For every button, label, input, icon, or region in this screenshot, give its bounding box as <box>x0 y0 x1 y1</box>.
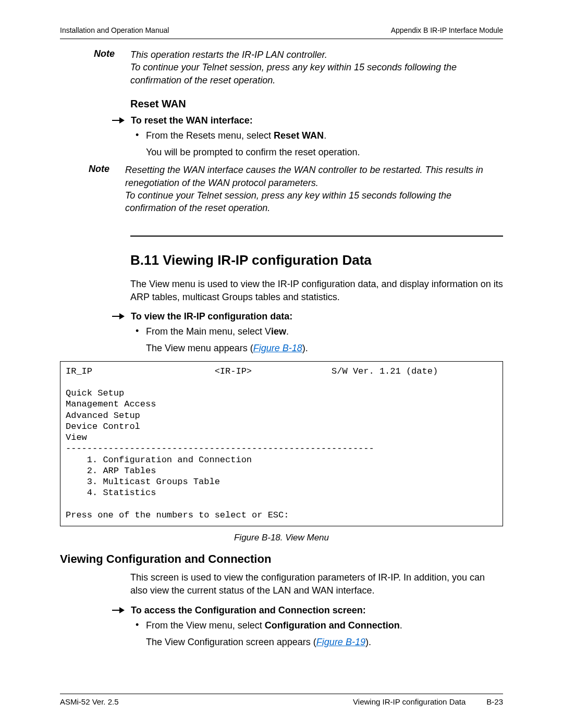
arrow-icon <box>112 605 131 614</box>
footer-left: ASMi-52 Ver. 2.5 <box>60 697 119 706</box>
svg-marker-5 <box>119 607 125 613</box>
figure-caption-b18: Figure B-18. View Menu <box>60 533 503 543</box>
procedure-title: To view the IR-IP configuration data: <box>131 311 292 322</box>
bullet-icon: • <box>136 129 146 141</box>
heading-view-cc: Viewing Configuration and Connection <box>60 552 503 566</box>
figure-b18-link[interactable]: Figure B-18 <box>253 343 302 353</box>
intro-view-cc: This screen is used to view the configur… <box>130 571 503 597</box>
procedure-access-cc: To access the Configuration and Connecti… <box>112 605 503 616</box>
bullet-text: From the Resets menu, select Reset WAN. <box>146 129 326 142</box>
note-label: Note <box>89 164 125 214</box>
heading-b11: B.11 Viewing IR-IP configuration Data <box>130 252 503 268</box>
svg-marker-1 <box>119 117 125 124</box>
intro-b11: The View menu is used to view the IR-IP … <box>130 278 503 304</box>
header-left: Installation and Operation Manual <box>60 26 169 34</box>
procedure-title: To reset the WAN interface: <box>131 115 253 126</box>
procedure-view-config: To view the IR-IP configuration data: <box>112 311 503 322</box>
note-wan-restart: Note Resetting the WAN interface causes … <box>89 164 503 214</box>
figure-b19-link[interactable]: Figure B-19 <box>316 637 365 647</box>
heading-reset-wan: Reset WAN <box>130 98 503 110</box>
result-view-cfg: The View Configuration screen appears (F… <box>146 636 503 648</box>
result-view-menu: The View menu appears (Figure B-18). <box>146 342 503 354</box>
bullet-reset-wan: • From the Resets menu, select Reset WAN… <box>136 129 503 142</box>
procedure-reset-wan: To reset the WAN interface: <box>112 115 503 126</box>
bullet-icon: • <box>136 325 146 337</box>
bullet-text: From the View menu, select Configuration… <box>146 619 402 632</box>
result-reset-wan: You will be prompted to confirm the rese… <box>146 146 503 158</box>
note-label: Note <box>94 48 130 87</box>
header-right: Appendix B IR-IP Interface Module <box>391 26 503 34</box>
note-body: Resetting the WAN interface causes the W… <box>125 164 503 214</box>
terminal-view-menu: IR_IP <IR-IP> S/W Ver. 1.21 (date) Quick… <box>60 361 503 527</box>
footer-rule <box>60 694 503 694</box>
running-header: Installation and Operation Manual Append… <box>60 26 503 34</box>
running-footer: ASMi-52 Ver. 2.5 Viewing IR-IP configura… <box>60 694 503 706</box>
bullet-text: From the Main menu, select View. <box>146 325 289 338</box>
bullet-cfg-conn: • From the View menu, select Configurati… <box>136 619 503 632</box>
header-rule <box>60 39 503 39</box>
note-body: This operation restarts the IR-IP LAN co… <box>130 48 503 87</box>
note-lan-restart: Note This operation restarts the IR-IP L… <box>94 48 503 87</box>
svg-marker-3 <box>119 313 125 319</box>
bullet-icon: • <box>136 619 146 631</box>
section-rule <box>130 236 503 237</box>
procedure-title: To access the Configuration and Connecti… <box>131 605 366 616</box>
footer-section: Viewing IR-IP configuration Data <box>353 697 466 706</box>
arrow-icon <box>112 115 131 125</box>
bullet-view: • From the Main menu, select View. <box>136 325 503 338</box>
footer-page-number: B-23 <box>486 697 503 706</box>
arrow-icon <box>112 311 131 320</box>
